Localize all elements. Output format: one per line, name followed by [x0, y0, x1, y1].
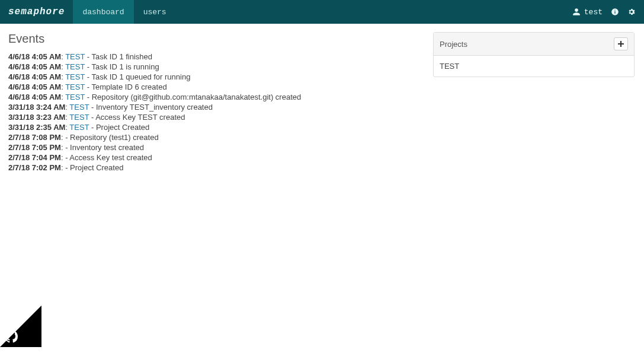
- event-project-link[interactable]: TEST: [69, 113, 89, 122]
- event-time: 3/31/18 2:35 AM: [8, 123, 65, 132]
- projects-heading: Projects: [440, 40, 467, 49]
- svg-rect-1: [614, 11, 615, 14]
- user-menu[interactable]: test: [572, 8, 603, 17]
- event-time: 3/31/18 3:23 AM: [8, 113, 65, 122]
- event-line: 2/7/18 7:08 PM: - Repository (test1) cre…: [8, 132, 421, 142]
- brand-logo[interactable]: semaphore: [0, 0, 73, 24]
- add-project-button[interactable]: [614, 37, 628, 50]
- event-line: 4/6/18 4:05 AM: TEST - Template ID 6 cre…: [8, 82, 421, 92]
- plus-icon: [618, 41, 624, 47]
- navbar: semaphore dashboard users test: [0, 0, 644, 24]
- event-line: 4/6/18 4:05 AM: TEST - Task ID 1 is runn…: [8, 62, 421, 72]
- event-project-link[interactable]: TEST: [65, 72, 85, 81]
- event-time: 2/7/18 7:04 PM: [8, 153, 61, 162]
- event-project-link[interactable]: TEST: [65, 52, 85, 61]
- event-line: 2/7/18 7:02 PM: - Project Created: [8, 163, 421, 173]
- event-time: 4/6/18 4:05 AM: [8, 62, 61, 71]
- event-time: 2/7/18 7:02 PM: [8, 163, 61, 172]
- event-time: 4/6/18 4:05 AM: [8, 93, 61, 101]
- events-heading: Events: [8, 32, 421, 46]
- svg-rect-2: [614, 10, 615, 11]
- event-line: 4/6/18 4:05 AM: TEST - Task ID 1 finishe…: [8, 52, 421, 62]
- event-line: 3/31/18 3:24 AM: TEST - Inventory TEST_i…: [8, 102, 421, 112]
- projects-list: TEST: [434, 56, 634, 77]
- event-line: 2/7/18 7:05 PM: - Inventory test created: [8, 142, 421, 152]
- user-icon: [572, 8, 581, 16]
- nav-right: test: [572, 0, 644, 24]
- event-project-link[interactable]: TEST: [65, 62, 85, 71]
- event-time: 2/7/18 7:05 PM: [8, 143, 61, 152]
- github-icon: [5, 330, 18, 343]
- nav-users[interactable]: users: [134, 0, 176, 24]
- event-time: 4/6/18 4:05 AM: [8, 82, 61, 91]
- gear-icon[interactable]: [627, 8, 636, 16]
- project-item[interactable]: TEST: [440, 62, 628, 71]
- event-time: 2/7/18 7:08 PM: [8, 133, 61, 142]
- event-time: 3/31/18 3:24 AM: [8, 103, 65, 112]
- event-project-link[interactable]: TEST: [65, 93, 85, 101]
- event-line: 2/7/18 7:04 PM: - Access Key test create…: [8, 152, 421, 163]
- event-line: 3/31/18 2:35 AM: TEST - Project Created: [8, 122, 421, 132]
- event-line: 4/6/18 4:05 AM: TEST - Repository (git@g…: [8, 92, 421, 102]
- event-project-link[interactable]: TEST: [65, 82, 85, 91]
- event-line: 4/6/18 4:05 AM: TEST - Task ID 1 queued …: [8, 72, 421, 82]
- events-list: 4/6/18 4:05 AM: TEST - Task ID 1 finishe…: [8, 52, 421, 173]
- event-line: 3/31/18 3:23 AM: TEST - Access Key TEST …: [8, 112, 421, 122]
- event-time: 4/6/18 4:05 AM: [8, 52, 61, 61]
- event-project-link[interactable]: TEST: [69, 123, 89, 132]
- info-icon[interactable]: [611, 8, 619, 16]
- event-project-link[interactable]: TEST: [69, 103, 89, 112]
- nav-dashboard[interactable]: dashboard: [73, 0, 133, 24]
- github-corner[interactable]: [0, 309, 41, 350]
- event-time: 4/6/18 4:05 AM: [8, 72, 61, 81]
- username-label: test: [584, 8, 603, 17]
- projects-panel: Projects TEST: [433, 32, 635, 77]
